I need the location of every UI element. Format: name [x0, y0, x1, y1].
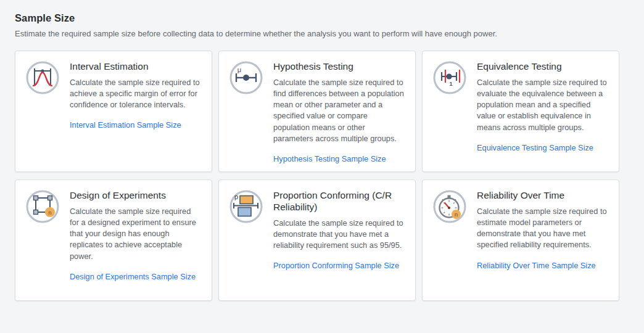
card-hypothesis-testing: μ Hypothesis Testing Calculate the sampl… — [218, 51, 416, 172]
mu-glyph: μ — [237, 66, 241, 73]
card-title: Design of Experiments — [70, 190, 202, 202]
equivalence-testing-icon: 1 — [432, 60, 468, 163]
card-grid: Interval Estimation Calculate the sample… — [15, 51, 629, 301]
card-reliability-over-time: n Reliability Over Time Calculate the sa… — [422, 179, 619, 301]
card-title: Reliability Over Time — [477, 190, 609, 202]
n-glyph: n — [48, 209, 51, 216]
interval-estimation-sample-size-link[interactable]: Interval Estimation Sample Size — [70, 120, 181, 130]
card-equivalence-testing: 1 Equivalence Testing Calculate the samp… — [422, 51, 619, 172]
proportion-conforming-sample-size-link[interactable]: Proportion Conforming Sample Size — [273, 261, 399, 270]
one-glyph: 1 — [449, 81, 452, 87]
n-glyph: n — [455, 211, 458, 218]
page-title: Sample Size — [15, 12, 629, 24]
card-description: Calculate the sample size required to de… — [273, 218, 405, 251]
equivalence-testing-sample-size-link[interactable]: Equivalence Testing Sample Size — [477, 143, 593, 152]
proportion-conforming-icon: p — [229, 189, 265, 292]
p-glyph: p — [234, 193, 238, 200]
reliability-over-time-icon: n — [432, 189, 468, 292]
card-description: Calculate the sample size required to es… — [477, 206, 609, 251]
interval-estimation-icon — [25, 60, 61, 163]
page-subtitle: Estimate the required sample size before… — [15, 29, 629, 38]
card-description: Calculate the sample size required for a… — [70, 206, 202, 262]
card-title: Proportion Conforming (C/R Reliability) — [273, 190, 405, 213]
design-of-experiments-icon: n — [25, 189, 61, 292]
card-description: Calculate the sample size required to ac… — [70, 77, 202, 110]
sample-size-page: Sample Size Estimate the required sample… — [0, 0, 644, 301]
card-description: Calculate the sample size required to fi… — [273, 77, 405, 144]
card-description: Calculate the sample size required to ev… — [477, 77, 609, 133]
hypothesis-testing-icon: μ — [229, 60, 265, 163]
card-title: Interval Estimation — [70, 61, 202, 73]
hypothesis-testing-sample-size-link[interactable]: Hypothesis Testing Sample Size — [273, 154, 386, 163]
card-title: Hypothesis Testing — [273, 61, 405, 73]
card-proportion-conforming: p Proportion Conforming (C/R Reliability… — [218, 179, 416, 301]
card-interval-estimation: Interval Estimation Calculate the sample… — [15, 51, 212, 172]
card-title: Equivalence Testing — [477, 61, 609, 73]
design-of-experiments-sample-size-link[interactable]: Design of Experiments Sample Size — [70, 272, 196, 281]
card-design-of-experiments: n Design of Experiments Calculate the sa… — [15, 179, 212, 301]
reliability-over-time-sample-size-link[interactable]: Reliability Over Time Sample Size — [477, 261, 596, 270]
